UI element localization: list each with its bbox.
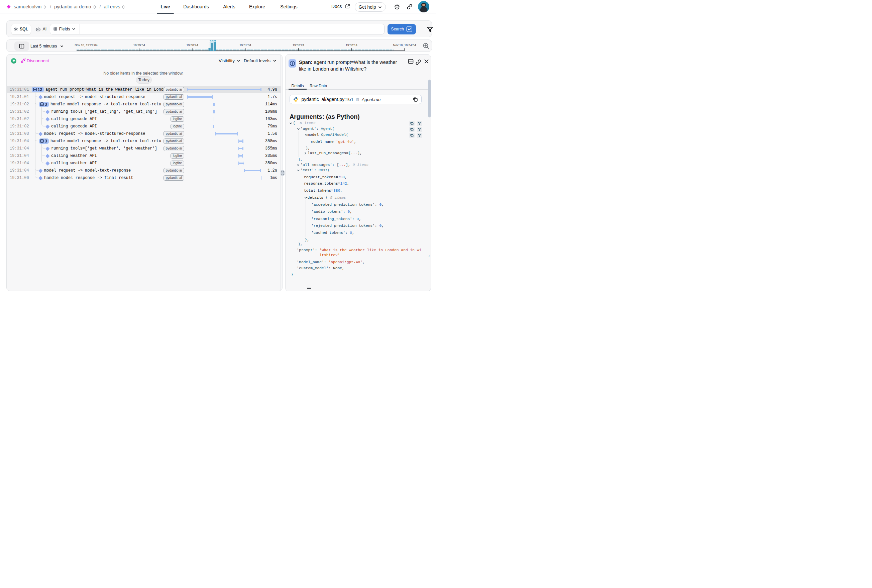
svg-text:19:31:34: 19:31:34: [240, 44, 251, 47]
svg-text:19:32:24: 19:32:24: [292, 44, 304, 47]
svg-text:19:33:14: 19:33:14: [345, 44, 357, 47]
svg-text:Nov 18, 19:34:04: Nov 18, 19:34:04: [393, 44, 416, 47]
svg-text:Nov 18, 19:29:04: Nov 18, 19:29:04: [75, 44, 97, 47]
svg-text:19:30:44: 19:30:44: [186, 44, 198, 47]
svg-text:19:29:54: 19:29:54: [133, 44, 145, 47]
